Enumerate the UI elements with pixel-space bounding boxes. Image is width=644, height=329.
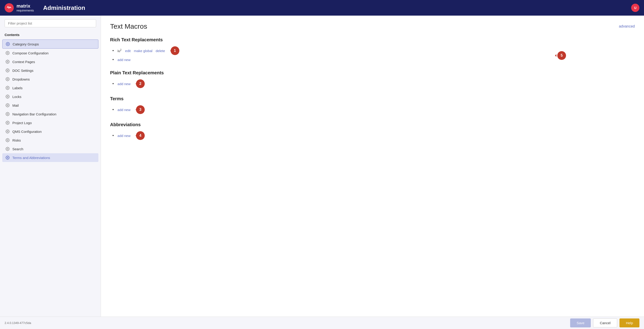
contents-label: Contents bbox=[2, 31, 98, 40]
plain-text-title: Plain Text Replacements bbox=[110, 70, 635, 76]
nav-label-mail: Mail bbox=[12, 104, 19, 107]
svg-point-3 bbox=[7, 70, 8, 71]
nav-label-nav-bar-config: Navigation Bar Configuration bbox=[12, 112, 56, 116]
plain-text-section: Plain Text Replacements • add new 2 bbox=[110, 70, 635, 89]
gear-icon bbox=[6, 103, 10, 107]
abbreviations-title: Abbreviations bbox=[110, 122, 635, 127]
app-footer: 2.4.0.1349-477c5da Save Cancel Help bbox=[0, 316, 644, 329]
gear-icon bbox=[6, 147, 10, 151]
callout-5-container: 5 bbox=[556, 51, 566, 60]
gear-icon bbox=[6, 68, 10, 72]
callout-5: 5 bbox=[557, 51, 566, 60]
delete-link[interactable]: delete bbox=[156, 49, 165, 53]
sidebar-item-compose-configuration[interactable]: Compose Configuration bbox=[2, 49, 98, 57]
content-header: Text Macros advanced bbox=[110, 22, 635, 30]
svg-point-2 bbox=[7, 61, 8, 62]
svg-point-12 bbox=[7, 148, 8, 150]
rich-text-title: Rich Text Replacements bbox=[110, 37, 635, 42]
sidebar-item-doc-settings[interactable]: DOC Settings bbox=[2, 66, 98, 75]
svg-point-0 bbox=[7, 44, 8, 45]
svg-point-1 bbox=[7, 52, 8, 54]
app-header: matrix requirements Administration U bbox=[0, 0, 644, 16]
nav-label-labels: Labels bbox=[12, 86, 22, 90]
edit-link[interactable]: edit bbox=[125, 49, 131, 53]
advanced-link[interactable]: advanced bbox=[619, 24, 635, 28]
svg-point-10 bbox=[7, 131, 8, 132]
sidebar-item-project-logo[interactable]: Project Logo bbox=[2, 118, 98, 127]
gear-icon bbox=[6, 112, 10, 116]
filter-area bbox=[0, 16, 101, 31]
sidebar-item-labels[interactable]: Labels bbox=[2, 84, 98, 92]
callout-2: 2 bbox=[136, 80, 145, 88]
gear-icon bbox=[6, 86, 10, 90]
sidebar-contents: Contents Category Groups Compose Configu… bbox=[0, 31, 101, 316]
bullet-icon: • bbox=[112, 133, 114, 138]
logo-icon bbox=[4, 3, 14, 12]
sidebar-item-risks[interactable]: Risks bbox=[2, 136, 98, 144]
list-item-add-new: • add new 4 bbox=[112, 130, 635, 141]
make-global-link[interactable]: make global bbox=[134, 49, 152, 53]
bullet-icon: • bbox=[112, 82, 114, 86]
svg-point-4 bbox=[7, 79, 8, 80]
gear-icon bbox=[6, 60, 10, 64]
header-title: Administration bbox=[43, 4, 85, 12]
logo-text: matrix requirements bbox=[16, 3, 34, 12]
sidebar-item-mail[interactable]: Mail bbox=[2, 101, 98, 110]
page-title: Text Macros bbox=[110, 22, 147, 30]
save-button[interactable]: Save bbox=[570, 318, 591, 328]
rich-text-add-new-link[interactable]: add new bbox=[118, 58, 130, 62]
sidebar-item-category-groups[interactable]: Category Groups bbox=[2, 40, 98, 49]
nav-label-dropdowns: Dropdowns bbox=[12, 77, 30, 81]
nav-label-compose-configuration: Compose Configuration bbox=[12, 51, 48, 55]
gear-icon bbox=[6, 156, 10, 160]
callout-4: 4 bbox=[136, 131, 145, 140]
sidebar-item-nav-bar-config[interactable]: Navigation Bar Configuration bbox=[2, 110, 98, 118]
sidebar-item-qms-configuration[interactable]: QMS Configuration bbox=[2, 127, 98, 136]
cancel-button[interactable]: Cancel bbox=[593, 318, 617, 328]
gear-icon bbox=[6, 121, 10, 125]
abbreviations-add-new-link[interactable]: add new bbox=[118, 134, 130, 138]
sidebar: Contents Category Groups Compose Configu… bbox=[0, 16, 101, 316]
filter-input[interactable] bbox=[4, 19, 96, 27]
gear-icon bbox=[6, 130, 10, 134]
sidebar-item-locks[interactable]: Locks bbox=[2, 92, 98, 101]
nav-label-project-logo: Project Logo bbox=[12, 121, 32, 125]
nav-label-search: Search bbox=[12, 147, 24, 151]
terms-items: • add new 3 bbox=[110, 104, 635, 115]
terms-add-new-link[interactable]: add new bbox=[118, 108, 130, 112]
sidebar-item-context-pages[interactable]: Context Pages bbox=[2, 57, 98, 66]
svg-point-11 bbox=[7, 140, 8, 141]
sidebar-item-terms-and-abbreviations[interactable]: Terms and Abbreviations bbox=[2, 153, 98, 162]
help-button[interactable]: Help bbox=[620, 318, 640, 328]
user-avatar: U bbox=[631, 4, 640, 12]
gear-icon bbox=[6, 138, 10, 142]
callout-3: 3 bbox=[136, 105, 145, 114]
sidebar-item-dropdowns[interactable]: Dropdowns bbox=[2, 75, 98, 84]
abbreviations-section: Abbreviations • add new 4 bbox=[110, 122, 635, 141]
gear-icon bbox=[6, 42, 10, 46]
nav-label-category-groups: Category Groups bbox=[12, 42, 39, 46]
nav-label-qms-configuration: QMS Configuration bbox=[12, 130, 42, 134]
list-item-add-new: • add new 3 bbox=[112, 104, 635, 115]
svg-point-5 bbox=[7, 88, 8, 88]
plain-text-add-new-link[interactable]: add new bbox=[118, 82, 130, 86]
nav-label-doc-settings: DOC Settings bbox=[12, 68, 34, 72]
footer-buttons: Save Cancel Help bbox=[570, 318, 640, 328]
svg-point-9 bbox=[7, 122, 8, 124]
version-text: 2.4.0.1349-477c5da bbox=[4, 321, 31, 325]
svg-point-6 bbox=[7, 96, 8, 97]
content-area: Text Macros advanced Rich Text Replaceme… bbox=[101, 16, 644, 316]
terms-title: Terms bbox=[110, 96, 635, 102]
bullet-icon: • bbox=[112, 107, 114, 112]
svg-point-7 bbox=[7, 105, 8, 106]
gear-icon bbox=[6, 77, 10, 81]
nav-label-risks: Risks bbox=[12, 138, 21, 142]
bullet-icon: • bbox=[112, 48, 114, 53]
list-item-add-new: • add new 2 bbox=[112, 78, 635, 89]
nav-label-locks: Locks bbox=[12, 95, 21, 99]
logo-area: matrix requirements bbox=[4, 3, 34, 12]
sidebar-item-search[interactable]: Search bbox=[2, 144, 98, 153]
gear-icon bbox=[6, 94, 10, 99]
nav-label-context-pages: Context Pages bbox=[12, 60, 35, 64]
gear-icon bbox=[6, 51, 10, 55]
